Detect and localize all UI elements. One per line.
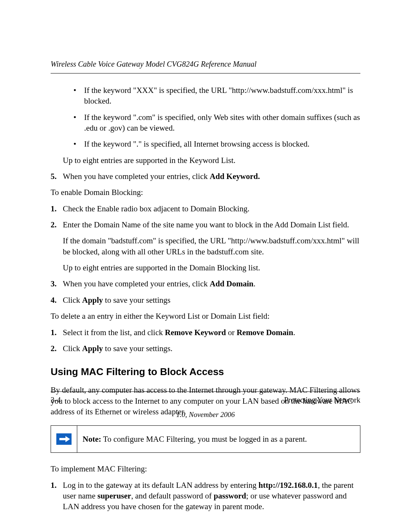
list-item: 1. Check the Enable radio box adjacent t… bbox=[51, 203, 360, 214]
chapter-title: Protecting Your Network bbox=[284, 395, 360, 405]
note-box: Note: To configure MAC Filtering, you mu… bbox=[51, 425, 360, 453]
step-number: 2. bbox=[51, 219, 57, 230]
keyword-examples-list: If the keyword "XXX" is specified, the U… bbox=[73, 85, 360, 150]
step-number: 1. bbox=[51, 480, 57, 490]
step-text: Select it from the list, and click bbox=[63, 328, 165, 337]
page-footer: 3-4 Protecting Your Network 1.0, Novembe… bbox=[51, 391, 360, 420]
footer-line: 3-4 Protecting Your Network bbox=[51, 391, 360, 405]
step-text: When you have completed your entries, cl… bbox=[63, 172, 210, 181]
apply-bold: Apply bbox=[82, 344, 103, 353]
arrow-right-icon bbox=[56, 433, 72, 445]
step-sub-text: Up to eight entries are supported in the… bbox=[63, 262, 360, 273]
step-number: 4. bbox=[51, 295, 57, 305]
bullet-item: If the keyword "XXX" is specified, the U… bbox=[73, 85, 360, 107]
add-keyword-bold: Add Keyword. bbox=[210, 172, 260, 181]
implement-mac-intro: To implement MAC Filtering: bbox=[51, 463, 360, 474]
bullet-item: If the keyword "." is specified, all Int… bbox=[73, 139, 360, 149]
step-text: Click bbox=[63, 296, 82, 305]
delete-entry-steps: 1. Select it from the list, and click Re… bbox=[51, 327, 360, 354]
running-header: Wireless Cable Voice Gateway Model CVG82… bbox=[51, 59, 360, 73]
step-number: 2. bbox=[51, 343, 57, 354]
step-text-3: , and default password of bbox=[131, 491, 214, 500]
page-number: 3-4 bbox=[51, 395, 61, 405]
step-text: Enter the Domain Name of the site name y… bbox=[63, 220, 349, 229]
step-number: 5. bbox=[51, 171, 57, 182]
list-item: 3. When you have completed your entries,… bbox=[51, 278, 360, 289]
add-domain-bold: Add Domain bbox=[210, 279, 253, 288]
list-item: 2. Enter the Domain Name of the site nam… bbox=[51, 219, 360, 273]
note-icon-cell bbox=[51, 426, 77, 452]
password-bold: password bbox=[214, 491, 246, 500]
note-label: Note: bbox=[83, 435, 101, 444]
list-item: 4. Click Apply to save your settings bbox=[51, 295, 360, 305]
superuser-bold: superuser bbox=[97, 491, 131, 500]
implement-mac-steps: 1. Log in to the gateway at its default … bbox=[51, 480, 360, 512]
list-item: 2. Click Apply to save your settings. bbox=[51, 343, 360, 354]
step-text: Click bbox=[63, 344, 82, 353]
note-text: Note: To configure MAC Filtering, you mu… bbox=[77, 426, 360, 452]
page: Wireless Cable Voice Gateway Model CVG82… bbox=[0, 0, 411, 532]
step-text: Check the Enable radio box adjacent to D… bbox=[63, 204, 249, 213]
step-number: 1. bbox=[51, 203, 57, 214]
domain-blocking-intro: To enable Domain Blocking: bbox=[51, 187, 360, 198]
step-5-list: 5. When you have completed your entries,… bbox=[51, 171, 360, 182]
default-lan-bold: http://192.168.0.1 bbox=[258, 481, 318, 490]
section-heading-mac-filtering: Using MAC Filtering to Block Access bbox=[51, 365, 360, 379]
note-body: To configure MAC Filtering, you must be … bbox=[101, 435, 307, 444]
list-item: 5. When you have completed your entries,… bbox=[51, 171, 360, 182]
list-item: 1. Log in to the gateway at its default … bbox=[51, 480, 360, 512]
step-text-post: to save your settings. bbox=[103, 344, 173, 353]
step-text: When you have completed your entries, cl… bbox=[63, 279, 210, 288]
remove-keyword-bold: Remove Keyword bbox=[165, 328, 226, 337]
step-sub-text: If the domain "badstuff.com" is specifie… bbox=[63, 235, 360, 257]
bullet-item: If the keyword ".com" is specified, only… bbox=[73, 112, 360, 134]
keyword-list-limit: Up to eight entries are supported in the… bbox=[63, 155, 360, 166]
domain-blocking-steps: 1. Check the Enable radio box adjacent t… bbox=[51, 203, 360, 305]
delete-entry-intro: To delete a an entry in either the Keywo… bbox=[51, 311, 360, 321]
step-number: 1. bbox=[51, 327, 57, 338]
step-number: 3. bbox=[51, 278, 57, 289]
step-text-post: . bbox=[293, 328, 295, 337]
list-item: 1. Select it from the list, and click Re… bbox=[51, 327, 360, 338]
step-text-post: . bbox=[253, 279, 255, 288]
step-text-post: to save your settings bbox=[103, 296, 170, 305]
doc-version: 1.0, November 2006 bbox=[51, 410, 360, 420]
step-text-mid: or bbox=[226, 328, 237, 337]
step-text: Log in to the gateway at its default LAN… bbox=[63, 481, 258, 490]
remove-domain-bold: Remove Domain bbox=[237, 328, 293, 337]
apply-bold: Apply bbox=[82, 296, 103, 305]
